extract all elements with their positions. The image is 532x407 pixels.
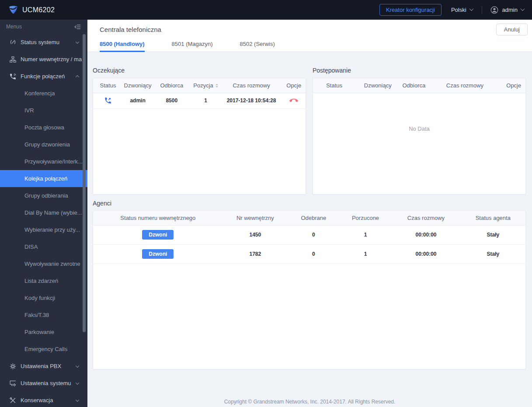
sidebar-item-poczta-glosowa[interactable]: Poczta głosowa [0, 119, 87, 136]
agent-talk-time: 00:00:00 [391, 225, 460, 244]
tab-8501-magazyn[interactable]: 8501 (Magazyn) [172, 39, 213, 52]
col-status: Status [93, 78, 123, 93]
sidebar-item-wybieranie[interactable]: Wybieranie przy uży... [0, 221, 87, 238]
sidebar-item-dial-by-name[interactable]: Dial By Name (wybie... [0, 204, 87, 221]
topbar: UCM6202 Kreator konfiguracji Polski admi… [0, 0, 532, 20]
agents-section-title: Agenci [93, 200, 526, 207]
chevron-down-icon [76, 364, 79, 367]
waiting-section-title: Oczekujące [93, 67, 306, 74]
sidebar-item-wywolywanie-zwrotne[interactable]: Wywoływanie zwrotne [0, 255, 87, 272]
maintenance-icon [9, 397, 17, 404]
chevron-up-icon [76, 75, 79, 78]
agent-abandoned: 1 [340, 244, 392, 264]
waiting-table: Status Dzwoniący Odbiorca Pozycja Czas r… [93, 78, 306, 109]
waiting-time: 2017-12-18 10:54:28 [221, 93, 282, 108]
tab-8500-handlowy[interactable]: 8500 (Handlowy) [100, 39, 145, 52]
agent-status: Stały [461, 244, 525, 264]
col-pozycja-sortable[interactable]: Pozycja [191, 78, 221, 93]
user-menu[interactable]: admin [490, 6, 524, 14]
col-dzwoniacy: Dzwoniący [355, 78, 400, 93]
pbx-settings-icon [9, 362, 17, 370]
cancel-button[interactable]: Anuluj [496, 24, 528, 35]
sidebar-item-lista-zdarzen[interactable]: Lista zdarzeń [0, 272, 87, 289]
proceeding-section-title: Postępowanie [313, 67, 526, 74]
waiting-section: Oczekujące Status Dzwoniący Odbiorca Poz… [93, 52, 306, 195]
sidebar: Menus Status systemu [0, 20, 87, 407]
call-features-icon [9, 73, 17, 80]
sidebar-header: Menus [0, 20, 87, 34]
no-data-text: No Data [313, 93, 525, 132]
sidebar-item-konferencja[interactable]: Konferencja [0, 85, 87, 102]
avatar-icon [490, 6, 499, 14]
sidebar-item-kolejka-polaczen[interactable]: Kolejka połączeń [0, 170, 87, 187]
chevron-down-icon [469, 7, 473, 11]
col-czas-rozmowy: Czas rozmowy [391, 211, 460, 225]
agent-row: Dzwoni 1782 0 1 00:00:00 Stały [93, 244, 525, 264]
sidebar-item-numer-wewnetrzny[interactable]: Numer wewnętrzny / ma [0, 51, 87, 68]
sidebar-item-funkcje-polaczen[interactable]: Funkcje połączeń [0, 68, 87, 85]
sidebar-item-ustawienia-systemu[interactable]: Ustawienia systemu [0, 375, 87, 392]
sidebar-item-label: Status systemu [21, 39, 59, 45]
active-call-icon [104, 97, 112, 104]
username: admin [502, 7, 518, 13]
sidebar-item-grupy-odbierania[interactable]: Grupy odbierania [0, 187, 87, 204]
tab-8502-serwis[interactable]: 8502 (Serwis) [240, 39, 275, 52]
col-status-numeru: Status numeru wewnętrznego [93, 211, 223, 225]
col-opcje: Opcje [282, 78, 306, 93]
sidebar-item-faks-t38[interactable]: Faks/T.38 [0, 306, 87, 324]
proceeding-table: Status Dzwoniący Odbiorca Czas rozmowy O… [313, 78, 525, 93]
proceeding-panel: Status Dzwoniący Odbiorca Czas rozmowy O… [313, 78, 526, 195]
sidebar-item-label: Numer wewnętrzny / ma [21, 56, 82, 63]
ringing-status-badge: Dzwoni [142, 230, 174, 240]
chevron-down-icon [76, 381, 79, 384]
col-nr-wewnetrzny: Nr wewnętrzny [223, 211, 288, 225]
waiting-row: admin 8500 1 2017-12-18 10:54:28 [93, 93, 306, 108]
system-settings-icon [9, 379, 17, 387]
col-porzucone: Porzucone [340, 211, 392, 225]
language-selector[interactable]: Polski [451, 7, 473, 13]
sort-icon[interactable] [216, 83, 218, 88]
sidebar-item-label: Ustawienia systemu [21, 380, 71, 386]
waiting-position: 1 [191, 93, 221, 108]
agent-status: Stały [461, 225, 525, 244]
topbar-divider [482, 6, 482, 14]
waiting-callee: 8500 [153, 93, 191, 108]
agent-extension: 1782 [223, 244, 288, 264]
sidebar-item-status-systemu[interactable]: Status systemu [0, 34, 87, 51]
sidebar-item-ustawienia-pbx[interactable]: Ustawienia PBX [0, 358, 87, 375]
chevron-down-icon [521, 7, 525, 11]
collapse-sidebar-icon[interactable] [74, 23, 81, 31]
hangup-icon[interactable] [289, 96, 298, 105]
sidebar-item-konserwacja[interactable]: Konserwacja [0, 392, 87, 407]
sidebar-item-label: Funkcje połączeń [21, 73, 65, 80]
sidebar-item-emergency-calls[interactable]: Emergency Calls [0, 341, 87, 358]
product-name: UCM6202 [22, 6, 55, 14]
col-opcje: Opcje [502, 78, 525, 93]
agent-extension: 1450 [223, 225, 288, 244]
extension-trunk-icon [9, 56, 17, 63]
chevron-down-icon [76, 40, 79, 43]
col-odbiorca: Odbiorca [400, 78, 428, 93]
chevron-down-icon [76, 398, 79, 401]
sidebar-item-parkowanie[interactable]: Parkowanie [0, 324, 87, 341]
col-czas-rozmowy: Czas rozmowy [221, 78, 282, 93]
sidebar-item-grupy-dzwonienia[interactable]: Grupy dzwonienia [0, 136, 87, 153]
agent-talk-time: 00:00:00 [391, 244, 460, 264]
col-status-agenta: Status agenta [461, 211, 525, 225]
grandstream-logo-icon [8, 5, 18, 15]
ringing-status-badge: Dzwoni [142, 249, 174, 259]
config-wizard-button[interactable]: Kreator konfiguracji [379, 4, 442, 16]
sidebar-scrollbar-thumb[interactable] [83, 34, 86, 332]
agent-row: Dzwoni 1450 0 1 00:00:00 Stały [93, 225, 525, 244]
dashboard-icon [9, 38, 17, 46]
sidebar-item-kody-funkcji[interactable]: Kody funkcji [0, 289, 87, 306]
page-header: Centrala telefoniczna Anuluj [87, 20, 532, 39]
sidebar-item-przywolywanie[interactable]: Przywoływanie/Interk... [0, 153, 87, 170]
tabstrip: 8500 (Handlowy) 8501 (Magazyn) 8502 (Ser… [87, 39, 532, 52]
sidebar-item-ivr[interactable]: IVR [0, 102, 87, 119]
agents-section: Agenci Status numeru wewnętrznego Nr wew… [93, 200, 526, 369]
col-odbiorca: Odbiorca [153, 78, 191, 93]
sidebar-item-disa[interactable]: DISA [0, 238, 87, 255]
col-status: Status [313, 78, 355, 93]
language-label: Polski [451, 7, 466, 13]
